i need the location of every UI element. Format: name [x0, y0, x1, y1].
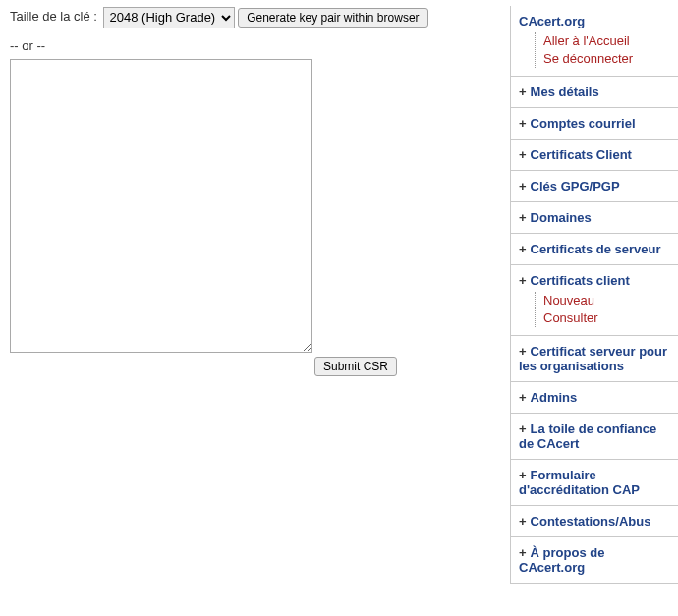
sidebar-section-label: À propos de CAcert.org	[519, 545, 604, 575]
sidebar-link[interactable]: Consulter	[543, 309, 670, 327]
sidebar-section-label: Certificats de serveur	[531, 242, 661, 256]
sidebar-section: +Formulaire d'accréditation CAP	[511, 460, 678, 506]
sidebar-section-label: Clés GPG/PGP	[531, 179, 620, 194]
sidebar-section-label: Formulaire d'accréditation CAP	[519, 468, 640, 497]
key-size-label: Taille de la clé :	[10, 9, 97, 24]
sidebar-section: +À propos de CAcert.org	[511, 537, 678, 584]
sidebar-section: +Certificats de serveur	[511, 234, 678, 265]
plus-icon: +	[519, 116, 527, 131]
sidebar-section-title[interactable]: +Comptes courriel	[519, 116, 670, 131]
sidebar-link-logout[interactable]: Se déconnecter	[543, 50, 670, 68]
sidebar-section-title[interactable]: +Formulaire d'accréditation CAP	[519, 468, 670, 497]
plus-icon: +	[519, 179, 527, 194]
sidebar-section-title[interactable]: +La toile de confiance de CAcert	[519, 421, 670, 451]
sidebar-section-title[interactable]: +À propos de CAcert.org	[519, 545, 670, 575]
plus-icon: +	[519, 210, 527, 225]
sidebar-section: +Certificat serveur pour les organisatio…	[511, 336, 678, 382]
submit-csr-button[interactable]: Submit CSR	[314, 357, 397, 376]
sidebar-section-title[interactable]: +Admins	[519, 390, 670, 405]
sidebar-section: +Comptes courriel	[511, 108, 678, 140]
plus-icon: +	[519, 273, 527, 288]
sidebar-section-title[interactable]: +Certificats Client	[519, 147, 670, 162]
sidebar-section-label: Contestations/Abus	[531, 514, 651, 529]
sidebar: CAcert.org Aller à l'Accueil Se déconnec…	[510, 6, 678, 584]
key-size-select[interactable]: 2048 (High Grade)	[103, 7, 235, 28]
sidebar-section: +Admins	[511, 382, 678, 414]
sidebar-section-title[interactable]: +Contestations/Abus	[519, 514, 670, 529]
sidebar-section-title[interactable]: +Mes détails	[519, 84, 670, 99]
sidebar-section: +Certificats clientNouveauConsulter	[511, 265, 678, 336]
plus-icon: +	[519, 545, 527, 560]
sidebar-section-label: Certificats client	[531, 273, 630, 288]
generate-keypair-button[interactable]: Generate key pair within browser	[238, 8, 427, 28]
plus-icon: +	[519, 84, 527, 99]
sidebar-section-label: Admins	[531, 390, 578, 405]
plus-icon: +	[519, 390, 527, 405]
sidebar-section-title[interactable]: +Certificat serveur pour les organisatio…	[519, 344, 670, 373]
sidebar-section: +La toile de confiance de CAcert	[511, 414, 678, 460]
sidebar-section-label: Comptes courriel	[531, 116, 636, 131]
sidebar-link-home[interactable]: Aller à l'Accueil	[543, 32, 670, 50]
sidebar-section-title[interactable]: +Certificats client	[519, 273, 670, 288]
sidebar-section: +Mes détails	[511, 77, 678, 108]
plus-icon: +	[519, 514, 527, 529]
sidebar-section-label: Certificat serveur pour les organisation…	[519, 344, 667, 373]
sidebar-link[interactable]: Nouveau	[543, 292, 670, 309]
sidebar-section: +Clés GPG/PGP	[511, 171, 678, 202]
sidebar-links: NouveauConsulter	[535, 292, 670, 327]
plus-icon: +	[519, 344, 527, 359]
sidebar-section: +Certificats Client	[511, 140, 678, 171]
sidebar-section-title[interactable]: +Domaines	[519, 210, 670, 225]
or-divider: -- or --	[10, 38, 502, 53]
sidebar-section-label: Mes détails	[531, 84, 599, 99]
brand-title: CAcert.org	[519, 14, 670, 28]
sidebar-section-label: Certificats Client	[531, 147, 632, 162]
sidebar-section: +Domaines	[511, 202, 678, 234]
sidebar-section-brand: CAcert.org Aller à l'Accueil Se déconnec…	[511, 6, 678, 77]
sidebar-section-title[interactable]: +Certificats de serveur	[519, 242, 670, 256]
plus-icon: +	[519, 242, 527, 256]
sidebar-section-label: Domaines	[531, 210, 592, 225]
csr-textarea[interactable]	[10, 59, 312, 353]
plus-icon: +	[519, 147, 527, 162]
main-content: Taille de la clé : 2048 (High Grade) Gen…	[10, 6, 510, 376]
plus-icon: +	[519, 421, 527, 436]
sidebar-section: +Contestations/Abus	[511, 506, 678, 537]
plus-icon: +	[519, 468, 527, 482]
sidebar-section-title[interactable]: +Clés GPG/PGP	[519, 179, 670, 194]
sidebar-section-label: La toile de confiance de CAcert	[519, 421, 656, 451]
